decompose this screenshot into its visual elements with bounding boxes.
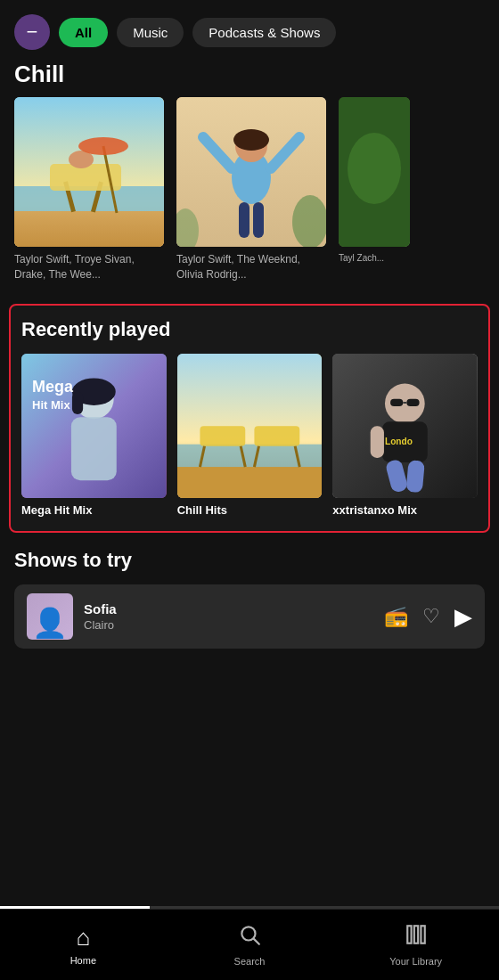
nav-library[interactable]: Your Library [332, 923, 499, 967]
nav-search[interactable]: Search [167, 923, 333, 967]
sofia-thumbnail [27, 593, 73, 640]
shows-section: Shows to try Sofia Clairo 📻 ♡ ▶ [0, 533, 499, 649]
list-item[interactable]: Tayl Zach... [339, 97, 410, 282]
playlist-description: Tayl Zach... [339, 252, 410, 265]
svg-rect-48 [414, 926, 418, 943]
chill-hits-cover: Chill Hits [14, 97, 164, 247]
recently-card-title: Mega Hit Mix [21, 503, 167, 517]
list-item[interactable]: Chill Hits [177, 354, 323, 518]
svg-rect-25 [72, 391, 83, 413]
mega-hit-mix-text: MegaHit Mix [32, 379, 73, 414]
svg-point-14 [233, 129, 269, 151]
track-artist: Clairo [84, 618, 373, 632]
minus-button[interactable]: − [14, 14, 50, 50]
svg-rect-41 [407, 398, 420, 405]
bottom-nav: ⌂ Home Search Your Library [0, 909, 499, 980]
now-playing-info: Sofia Clairo [84, 601, 373, 632]
svg-rect-40 [390, 398, 403, 405]
svg-rect-17 [239, 202, 250, 238]
recently-played-section: Recently played [9, 304, 490, 534]
mega-hit-mix-cover: MegaHit Mix [21, 354, 167, 499]
list-item[interactable]: Chill Hits [14, 97, 164, 282]
svg-rect-44 [406, 460, 425, 493]
podcasts-filter-button[interactable]: Podcasts & Shows [192, 18, 336, 47]
play-button[interactable]: ▶ [454, 603, 472, 631]
svg-rect-28 [177, 467, 323, 499]
svg-rect-2 [14, 211, 164, 247]
svg-rect-49 [421, 926, 424, 943]
list-item[interactable]: ComfortZone [176, 97, 326, 282]
chill-hits-recently-cover: Chill Hits [177, 354, 323, 499]
svg-rect-29 [200, 426, 245, 445]
all-filter-button[interactable]: All [59, 18, 108, 47]
search-icon [238, 923, 261, 952]
home-label: Home [70, 955, 96, 966]
recently-card-title: Chill Hits [177, 503, 323, 517]
playlist-row: Chill Hits [0, 97, 499, 288]
shows-title: Shows to try [14, 549, 485, 572]
list-item[interactable]: xxtristanxo Mix Londo [332, 354, 478, 518]
chill-section-title: Chill [0, 61, 499, 97]
speaker-icon[interactable]: 📻 [384, 605, 408, 628]
svg-rect-47 [407, 926, 411, 943]
playlist-description: Taylor Swift, Troye Sivan, Drake, The We… [14, 252, 164, 282]
so-po-cover [339, 97, 410, 247]
svg-text:Londo: Londo [385, 436, 413, 445]
recently-played-title: Recently played [21, 318, 478, 341]
home-icon: ⌂ [76, 924, 90, 951]
recently-card-title: xxtristanxo Mix [332, 503, 478, 517]
svg-point-8 [78, 137, 128, 155]
playback-controls: 📻 ♡ ▶ [384, 603, 472, 631]
library-label: Your Library [389, 956, 442, 967]
xxtristanxo-cover: xxtristanxo Mix Londo [332, 354, 478, 499]
svg-rect-39 [371, 426, 384, 458]
playlist-description: Taylor Swift, The Weeknd, Olivia Rodrig.… [176, 252, 326, 282]
music-filter-button[interactable]: Music [117, 18, 184, 47]
filter-bar: − All Music Podcasts & Shows [0, 0, 499, 61]
svg-rect-23 [71, 417, 117, 480]
comfort-zone-cover: ComfortZone [176, 97, 326, 247]
list-item[interactable]: MegaHit Mix Mega Hit Mix [21, 354, 167, 518]
recently-played-row: MegaHit Mix Mega Hit Mix Chill Hits [21, 354, 478, 518]
search-label: Search [234, 956, 266, 967]
svg-line-46 [254, 939, 259, 944]
svg-rect-18 [253, 202, 264, 238]
library-icon [405, 923, 428, 952]
svg-rect-30 [254, 426, 299, 445]
svg-point-20 [348, 133, 401, 204]
heart-icon[interactable]: ♡ [422, 605, 440, 628]
nav-home[interactable]: ⌂ Home [0, 924, 167, 966]
track-title: Sofia [84, 601, 373, 617]
now-playing-bar[interactable]: Sofia Clairo 📻 ♡ ▶ [14, 584, 485, 649]
